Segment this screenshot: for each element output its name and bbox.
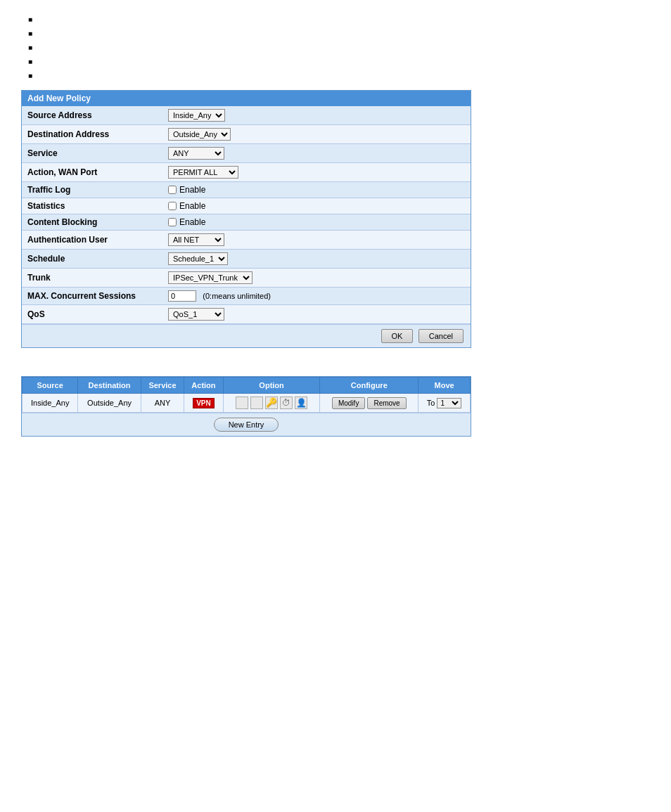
vpn-badge: VPN bbox=[193, 398, 215, 408]
action-wan-port-label: Action, WAN Port bbox=[22, 163, 162, 182]
trunk-row: Trunk IPSec_VPN_Trunk bbox=[22, 269, 471, 288]
bullet-item-4 bbox=[28, 56, 650, 66]
move-select[interactable]: 1 bbox=[437, 398, 461, 408]
ok-button[interactable]: OK bbox=[381, 329, 414, 343]
service-row: Service ANY bbox=[22, 144, 471, 163]
col-destination: Destination bbox=[78, 378, 141, 394]
option-icons: 🔑 ⏱ 👤 bbox=[228, 397, 316, 409]
qos-select[interactable]: QoS_1 bbox=[168, 308, 224, 321]
row-service: ANY bbox=[141, 394, 184, 413]
destination-address-select[interactable]: Outside_Any bbox=[168, 128, 231, 141]
user-icon: 👤 bbox=[295, 397, 307, 409]
max-sessions-input[interactable] bbox=[168, 290, 196, 302]
source-address-select[interactable]: Inside_Any bbox=[168, 109, 225, 122]
content-blocking-row: Content Blocking Enable bbox=[22, 214, 471, 231]
row-destination: Outside_Any bbox=[78, 394, 141, 413]
statistics-row: Statistics Enable bbox=[22, 198, 471, 214]
form-table: Source Address Inside_Any Destination Ad… bbox=[22, 106, 471, 324]
traffic-log-label: Traffic Log bbox=[22, 182, 162, 198]
source-address-row: Source Address Inside_Any bbox=[22, 106, 471, 125]
row-source: Inside_Any bbox=[23, 394, 78, 413]
qos-row: QoS QoS_1 bbox=[22, 305, 471, 324]
policy-table: Source Destination Service Action Option… bbox=[22, 377, 471, 413]
table-header-row: Source Destination Service Action Option… bbox=[23, 378, 471, 394]
statistics-value: Enable bbox=[162, 198, 471, 214]
key-icon: 🔑 bbox=[265, 397, 278, 409]
action-wan-port-select[interactable]: PERMIT ALL bbox=[168, 166, 238, 179]
qos-label: QoS bbox=[22, 305, 162, 324]
modify-button[interactable]: Modify bbox=[332, 397, 365, 409]
content-blocking-value: Enable bbox=[162, 214, 471, 231]
remove-button[interactable]: Remove bbox=[367, 397, 406, 409]
col-configure: Configure bbox=[320, 378, 418, 394]
statistics-enable-text: Enable bbox=[179, 201, 205, 211]
col-service: Service bbox=[141, 378, 184, 394]
action-wan-port-value: PERMIT ALL bbox=[162, 163, 471, 182]
traffic-log-row: Traffic Log Enable bbox=[22, 182, 471, 198]
traffic-log-value: Enable bbox=[162, 182, 471, 198]
authentication-user-label: Authentication User bbox=[22, 231, 162, 250]
col-move: Move bbox=[418, 378, 471, 394]
max-sessions-value: (0:means unlimited) bbox=[162, 288, 471, 305]
row-configure: Modify Remove bbox=[320, 394, 418, 413]
traffic-log-enable-text: Enable bbox=[179, 185, 205, 195]
service-select[interactable]: ANY bbox=[168, 147, 224, 160]
bullet-item-2 bbox=[28, 28, 650, 38]
service-value: ANY bbox=[162, 144, 471, 163]
page-container: Add New Policy Source Address Inside_Any… bbox=[0, 0, 671, 451]
table-row: Inside_Any Outside_Any ANY VPN 🔑 ⏱ 👤 bbox=[23, 394, 471, 413]
content-blocking-checkbox[interactable] bbox=[168, 218, 177, 226]
row-move: To 1 bbox=[418, 394, 471, 413]
source-address-value: Inside_Any bbox=[162, 106, 471, 125]
schedule-label: Schedule bbox=[22, 250, 162, 269]
row-action: VPN bbox=[184, 394, 224, 413]
form-buttons: OK Cancel bbox=[22, 324, 471, 347]
schedule-row: Schedule Schedule_1 bbox=[22, 250, 471, 269]
destination-address-label: Destination Address bbox=[22, 125, 162, 144]
schedule-value: Schedule_1 bbox=[162, 250, 471, 269]
max-sessions-note: (0:means unlimited) bbox=[203, 292, 271, 300]
new-entry-button[interactable]: New Entry bbox=[214, 418, 279, 432]
bullet-item-3 bbox=[28, 42, 650, 52]
max-sessions-row: MAX. Concurrent Sessions (0:means unlimi… bbox=[22, 288, 471, 305]
trunk-select[interactable]: IPSec_VPN_Trunk bbox=[168, 271, 253, 284]
authentication-user-row: Authentication User All NET bbox=[22, 231, 471, 250]
destination-address-row: Destination Address Outside_Any bbox=[22, 125, 471, 144]
qos-value: QoS_1 bbox=[162, 305, 471, 324]
trunk-label: Trunk bbox=[22, 269, 162, 288]
destination-address-value: Outside_Any bbox=[162, 125, 471, 144]
clock-icon: ⏱ bbox=[280, 397, 293, 409]
trunk-value: IPSec_VPN_Trunk bbox=[162, 269, 471, 288]
option-icon-blank1 bbox=[236, 397, 248, 409]
statistics-checkbox[interactable] bbox=[168, 202, 177, 210]
service-label: Service bbox=[22, 144, 162, 163]
authentication-user-value: All NET bbox=[162, 231, 471, 250]
max-sessions-label: MAX. Concurrent Sessions bbox=[22, 288, 162, 305]
col-action: Action bbox=[184, 378, 224, 394]
row-option: 🔑 ⏱ 👤 bbox=[223, 394, 320, 413]
authentication-user-select[interactable]: All NET bbox=[168, 233, 224, 246]
col-option: Option bbox=[223, 378, 320, 394]
bullet-item-1 bbox=[28, 14, 650, 24]
schedule-select[interactable]: Schedule_1 bbox=[168, 252, 228, 265]
option-icon-blank2 bbox=[250, 397, 263, 409]
cancel-button[interactable]: Cancel bbox=[418, 329, 464, 343]
traffic-log-checkbox[interactable] bbox=[168, 186, 177, 194]
bullet-item-5 bbox=[28, 70, 650, 80]
col-source: Source bbox=[23, 378, 78, 394]
bullet-list bbox=[21, 14, 650, 80]
statistics-label: Statistics bbox=[22, 198, 162, 214]
content-blocking-label: Content Blocking bbox=[22, 214, 162, 231]
content-blocking-enable-text: Enable bbox=[179, 217, 205, 227]
new-entry-row: New Entry bbox=[22, 413, 471, 436]
policy-table-container: Source Destination Service Action Option… bbox=[21, 376, 471, 437]
move-to-text: To bbox=[427, 399, 435, 407]
form-title: Add New Policy bbox=[22, 91, 471, 106]
source-address-label: Source Address bbox=[22, 106, 162, 125]
action-wan-port-row: Action, WAN Port PERMIT ALL bbox=[22, 163, 471, 182]
add-new-policy-form: Add New Policy Source Address Inside_Any… bbox=[21, 90, 471, 348]
